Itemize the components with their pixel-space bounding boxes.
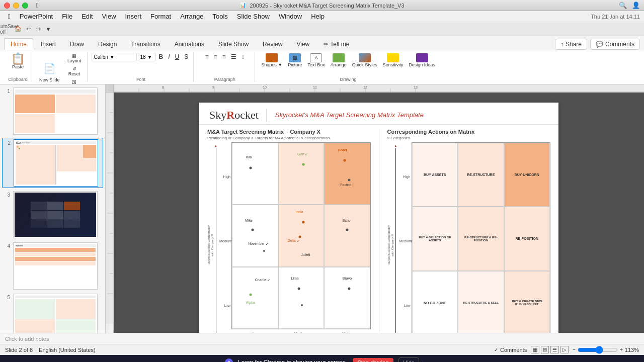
close-button[interactable] xyxy=(4,3,10,9)
font-group-label: Font xyxy=(136,77,145,82)
slides-panel[interactable]: 1 2 SkyR M& xyxy=(0,84,106,333)
undo-icon[interactable]: ↩ xyxy=(24,25,32,33)
grid-container: Kilo Golf ↙ xyxy=(231,142,371,329)
x-tick-labels: Low Medium High xyxy=(235,332,367,333)
search-icon[interactable]: 🔍 xyxy=(619,2,627,9)
normal-view-btn[interactable]: ▦ xyxy=(531,346,539,353)
traffic-lights[interactable] xyxy=(4,3,28,9)
share-button[interactable]: ↑ Share xyxy=(555,39,587,50)
menu-file[interactable]: File xyxy=(58,12,76,21)
matrix-grid: Kilo Golf ↙ xyxy=(231,142,371,329)
tab-review[interactable]: Review xyxy=(256,38,289,50)
slide-sorter-btn[interactable]: ⊞ xyxy=(541,346,549,353)
new-slide-button[interactable]: 📄 New Slide xyxy=(36,58,63,84)
slide-item-5[interactable]: 5 xyxy=(2,293,103,333)
shapes-button[interactable]: Shapes ▼ xyxy=(259,52,284,68)
tab-animations[interactable]: Animations xyxy=(168,38,211,50)
tab-design[interactable]: Design xyxy=(92,38,123,50)
bold-button[interactable]: B xyxy=(157,52,166,61)
slide-item-2[interactable]: 2 SkyR M&A Target xyxy=(2,138,103,188)
action-cell-high-low: BUY ASSETS xyxy=(412,143,458,207)
slide-item-4[interactable]: 4 SkyRocket xyxy=(2,241,103,291)
titlebar-left-icons:  xyxy=(36,2,39,9)
reading-view-btn[interactable]: ☰ xyxy=(550,346,559,353)
menu-view[interactable]: View xyxy=(98,12,120,21)
maximize-button[interactable] xyxy=(22,3,28,9)
strikethrough-button[interactable]: S xyxy=(182,52,190,61)
minimize-button[interactable] xyxy=(13,3,19,9)
tab-tellme[interactable]: ✏ Tell me xyxy=(317,38,356,50)
x-tick-high: High xyxy=(342,332,349,333)
italic-button[interactable]: I xyxy=(166,52,172,61)
label-mike: Mike xyxy=(245,219,253,222)
align-right-button[interactable]: ≡ xyxy=(220,52,228,61)
menu-apple[interactable]:  xyxy=(4,12,15,21)
reset-button[interactable]: ↺ Reset xyxy=(65,65,84,77)
slideshow-btn[interactable]: ▷ xyxy=(560,346,569,353)
quick-styles-button[interactable]: Quick Styles xyxy=(350,52,379,68)
hide-button[interactable]: Hide xyxy=(398,357,419,362)
menu-arrange[interactable]: Arrange xyxy=(176,12,207,21)
menu-slideshow[interactable]: Slide Show xyxy=(233,12,274,21)
slide-thumb-4[interactable]: SkyRocket xyxy=(13,242,98,290)
ribbon-group-slides: 📄 New Slide ▦ Layout ↺ Reset ⚿ Section S… xyxy=(33,52,88,82)
menu-edit[interactable]: Edit xyxy=(77,12,97,21)
slide-canvas[interactable]: SkyRocket Skyrocket's M&A Target Screeni… xyxy=(199,103,558,333)
clipboard-label: Clipboard xyxy=(8,77,28,82)
underline-button[interactable]: U xyxy=(173,52,182,61)
menu-window[interactable]: Window xyxy=(275,12,306,21)
menu-insert[interactable]: Insert xyxy=(121,12,146,21)
font-family-dropdown[interactable]: Calibri ▼ xyxy=(92,53,137,61)
tab-insert[interactable]: Insert xyxy=(34,38,62,50)
autosave-toggle[interactable]: AutoSave ●off xyxy=(4,25,12,33)
line-spacing-button[interactable]: ↕ xyxy=(239,52,247,61)
slide-thumb-3[interactable] xyxy=(13,191,98,238)
tab-home[interactable]: Home xyxy=(4,38,33,50)
tab-view[interactable]: View xyxy=(290,38,316,50)
zoom-control[interactable]: − + 113% xyxy=(573,346,639,354)
align-center-button[interactable]: ≡ xyxy=(212,52,219,61)
layout-button[interactable]: ▦ Layout xyxy=(65,52,84,64)
status-right: ✓ Comments ▦ ⊞ ☰ ▷ − + 113% xyxy=(494,346,639,354)
paste-button[interactable]: 📋 Paste xyxy=(7,52,29,70)
notes-bar[interactable]: Click to add notes xyxy=(0,333,644,344)
titlebar-right-icons[interactable]: 🔍 👤 xyxy=(619,2,640,9)
design-ideas-button[interactable]: Design Ideas xyxy=(407,52,437,68)
align-left-button[interactable]: ≡ xyxy=(203,52,211,61)
thumb-4-rows xyxy=(15,248,96,288)
menu-powerpoint[interactable]: PowerPoint xyxy=(16,12,57,21)
stop-sharing-button[interactable]: Stop sharing xyxy=(353,358,394,362)
zoom-in-btn[interactable]: + xyxy=(620,347,623,352)
slide-thumb-2[interactable]: SkyR M&A Target xyxy=(14,139,98,187)
slide-item-1[interactable]: 1 xyxy=(2,86,103,136)
comments-area[interactable]: ✓ Comments xyxy=(494,347,527,353)
menu-help[interactable]: Help xyxy=(307,12,329,21)
arrange-button[interactable]: Arrange xyxy=(329,52,349,68)
redo-icon[interactable]: ↪ xyxy=(34,25,42,33)
thumb-cell-3 xyxy=(15,114,55,133)
tab-draw[interactable]: Draw xyxy=(63,38,91,50)
sensitivity-button[interactable]: Sensitivity xyxy=(381,52,406,68)
menu-tools[interactable]: Tools xyxy=(208,12,231,21)
slide-item-3[interactable]: 3 xyxy=(2,190,103,239)
thumb-header-1 xyxy=(15,89,96,94)
canvas-scroll-inner[interactable]: SkyRocket Skyrocket's M&A Target Screeni… xyxy=(114,93,644,333)
font-size-dropdown[interactable]: 18 ▼ xyxy=(138,53,156,61)
slide-thumb-5[interactable] xyxy=(13,294,98,333)
canvas-scroll-area[interactable]: 6 7 8 9 10 xyxy=(106,93,644,333)
user-icon[interactable]: 👤 xyxy=(632,2,640,9)
zoom-slider[interactable] xyxy=(578,346,618,354)
zoom-out-btn[interactable]: − xyxy=(573,347,576,352)
menu-format[interactable]: Format xyxy=(146,12,175,21)
home-icon[interactable]: 🏠 xyxy=(14,25,22,33)
tab-transitions[interactable]: Transitions xyxy=(124,38,167,50)
textbox-button[interactable]: A Text Box xyxy=(305,52,327,68)
comments-button[interactable]: 💬 Comments xyxy=(590,39,640,50)
tab-slideshow[interactable]: Slide Show xyxy=(212,38,255,50)
customize-qa-icon[interactable]: ▼ xyxy=(44,25,52,33)
slide-thumb-1[interactable] xyxy=(13,87,98,135)
picture-button[interactable]: 🖼 Picture xyxy=(286,52,304,68)
view-buttons[interactable]: ▦ ⊞ ☰ ▷ xyxy=(531,346,569,353)
bullets-button[interactable]: ☰ xyxy=(229,52,238,61)
thumb-5-grid xyxy=(15,299,96,333)
